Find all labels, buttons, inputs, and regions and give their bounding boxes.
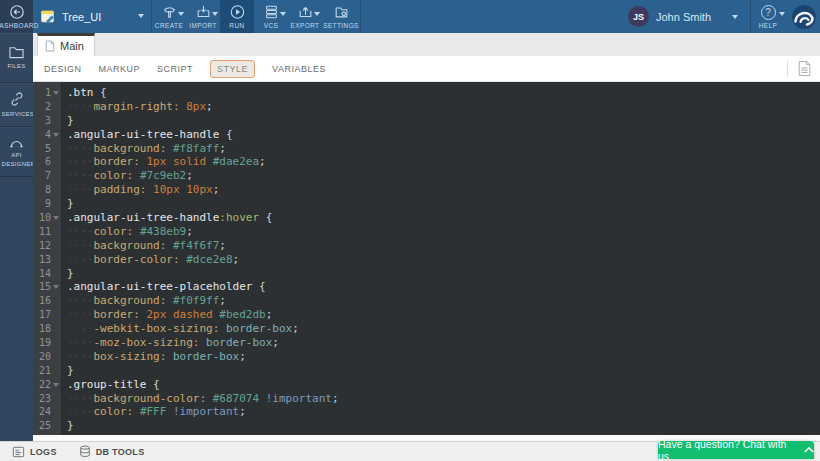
code-line-22[interactable]: .group-title { bbox=[67, 378, 820, 392]
chevron-down-icon bbox=[732, 15, 738, 19]
sidebar-item-api-designer[interactable]: API DESIGNER bbox=[0, 127, 33, 177]
code-line-19[interactable]: ····-moz-box-sizing: border-box; bbox=[67, 336, 820, 350]
chat-widget-button[interactable]: Have a question? Chat with us bbox=[658, 441, 814, 459]
folder-icon bbox=[8, 45, 25, 59]
code-line-21[interactable]: } bbox=[67, 364, 820, 378]
avatar: JS bbox=[628, 6, 649, 27]
sidebar-item-services[interactable]: SERVICES bbox=[0, 83, 33, 127]
code-line-18[interactable]: ····-webkit-box-sizing: border-box; bbox=[67, 322, 820, 336]
export-label: EXPORT bbox=[290, 22, 319, 29]
code-line-8[interactable]: ····padding: 10px 10px; bbox=[67, 183, 820, 197]
chat-label: Have a question? Chat with us bbox=[658, 438, 794, 461]
code-line-3[interactable]: } bbox=[67, 114, 820, 128]
gutter-line-4[interactable]: 4 bbox=[33, 128, 61, 142]
run-button[interactable]: RUN bbox=[220, 0, 254, 33]
sidebar-item-label: API DESIGNER bbox=[2, 151, 32, 169]
code-line-10[interactable]: .angular-ui-tree-handle:hover { bbox=[67, 211, 820, 225]
code-line-17[interactable]: ····border: 2px dashed #bed2db; bbox=[67, 308, 820, 322]
chevron-down-icon bbox=[779, 12, 785, 16]
code-line-2[interactable]: ····margin-right: 8px; bbox=[67, 100, 820, 114]
code-line-25[interactable]: } bbox=[67, 419, 820, 433]
code-line-9[interactable]: } bbox=[67, 197, 820, 211]
code-line-6[interactable]: ····border: 1px solid #dae2ea; bbox=[67, 155, 820, 169]
gutter-line-20: 20 bbox=[33, 350, 61, 364]
code-line-14[interactable]: } bbox=[67, 267, 820, 281]
fold-toggle-icon[interactable] bbox=[53, 91, 59, 95]
gutter-line-15[interactable]: 15 bbox=[33, 280, 61, 294]
gutter-line-22[interactable]: 22 bbox=[33, 378, 61, 392]
logs-button[interactable]: LOGS bbox=[12, 446, 57, 458]
code-line-12[interactable]: ····background: #f4f6f7; bbox=[67, 239, 820, 253]
database-icon bbox=[79, 445, 91, 458]
run-label: RUN bbox=[229, 22, 244, 29]
settings-label: SETTINGS bbox=[323, 22, 359, 29]
tab-design[interactable]: DESIGN bbox=[44, 64, 82, 74]
editor-gutter[interactable]: 1234567891011121314151617181920212223242… bbox=[33, 82, 62, 435]
tab-script[interactable]: SCRIPT bbox=[157, 64, 193, 74]
gutter-line-17: 17 bbox=[33, 308, 61, 322]
gutter-line-18: 18 bbox=[33, 322, 61, 336]
code-line-1[interactable]: .btn { bbox=[67, 86, 820, 100]
fold-toggle-icon[interactable] bbox=[53, 133, 59, 137]
app-window: DASHBOARD Tree_UI CREATE bbox=[0, 0, 820, 461]
gutter-line-19: 19 bbox=[33, 336, 61, 350]
question-icon: ? bbox=[761, 5, 776, 20]
brand-logo[interactable] bbox=[785, 0, 820, 33]
topbar: DASHBOARD Tree_UI CREATE bbox=[0, 0, 820, 33]
tab-strip: Main bbox=[33, 33, 820, 56]
sidebar-item-label: SERVICES bbox=[2, 110, 32, 119]
db-tools-button[interactable]: DB TOOLS bbox=[79, 445, 145, 458]
create-label: CREATE bbox=[155, 22, 183, 29]
help-label: HELP bbox=[759, 22, 778, 29]
gutter-line-11: 11 bbox=[33, 225, 61, 239]
export-button[interactable]: EXPORT bbox=[288, 0, 322, 33]
dashboard-button[interactable]: DASHBOARD bbox=[0, 0, 33, 33]
gutter-line-25: 25 bbox=[33, 419, 61, 433]
code-line-23[interactable]: ····background-color: #687074 !important… bbox=[67, 392, 820, 406]
gutter-line-23: 23 bbox=[33, 392, 61, 406]
chevron-up-icon bbox=[804, 447, 814, 453]
code-line-7[interactable]: ····color: #7c9eb2; bbox=[67, 169, 820, 183]
divider bbox=[787, 61, 788, 77]
chevron-down-icon bbox=[138, 14, 144, 18]
user-menu[interactable]: JS John Smith bbox=[620, 0, 750, 33]
code-line-20[interactable]: ····box-sizing: border-box; bbox=[67, 350, 820, 364]
tab-variables[interactable]: VARIABLES bbox=[272, 64, 326, 74]
import-button[interactable]: IMPORT bbox=[186, 0, 220, 33]
sidebar-item-files[interactable]: FILES bbox=[0, 33, 33, 83]
editor-code[interactable]: .btn {····margin-right: 8px;}.angular-ui… bbox=[62, 82, 820, 435]
code-line-11[interactable]: ····color: #438eb9; bbox=[67, 225, 820, 239]
code-line-4[interactable]: .angular-ui-tree-handle { bbox=[67, 128, 820, 142]
settings-button[interactable]: SETTINGS bbox=[322, 0, 360, 33]
code-line-15[interactable]: .angular-ui-tree-placeholder { bbox=[67, 280, 820, 294]
logs-label: LOGS bbox=[30, 447, 57, 457]
code-line-16[interactable]: ····background: #f0f9ff; bbox=[67, 294, 820, 308]
code-line-24[interactable]: ····color: #FFF !important; bbox=[67, 405, 820, 419]
page-icon bbox=[45, 40, 55, 52]
notes-page-icon[interactable] bbox=[797, 60, 812, 77]
gutter-line-1[interactable]: 1 bbox=[33, 86, 61, 100]
tab-style[interactable]: STYLE bbox=[210, 60, 255, 78]
code-line-13[interactable]: ····border-color: #dce2e8; bbox=[67, 253, 820, 267]
fold-toggle-icon[interactable] bbox=[53, 383, 59, 387]
hammer-icon bbox=[161, 4, 178, 20]
gutter-line-2: 2 bbox=[33, 100, 61, 114]
project-selector[interactable]: Tree_UI bbox=[33, 0, 152, 33]
tab-markup[interactable]: MARKUP bbox=[99, 64, 141, 74]
tab-label: Main bbox=[60, 40, 84, 52]
create-button[interactable]: CREATE bbox=[152, 0, 186, 33]
gutter-line-24: 24 bbox=[33, 405, 61, 419]
import-icon bbox=[195, 4, 212, 20]
fold-toggle-icon[interactable] bbox=[53, 285, 59, 289]
chevron-down-icon bbox=[280, 12, 286, 16]
code-line-5[interactable]: ····background: #f8faff; bbox=[67, 142, 820, 156]
logs-icon bbox=[12, 446, 25, 458]
vcs-button[interactable]: VCS bbox=[254, 0, 288, 33]
tab-main[interactable]: Main bbox=[37, 33, 95, 56]
project-icon bbox=[40, 9, 56, 25]
gutter-line-10[interactable]: 10 bbox=[33, 211, 61, 225]
gutter-line-9: 9 bbox=[33, 197, 61, 211]
help-button[interactable]: ? HELP bbox=[751, 0, 785, 33]
subtab-bar: DESIGN MARKUP SCRIPT STYLE VARIABLES bbox=[33, 56, 820, 82]
fold-toggle-icon[interactable] bbox=[53, 216, 59, 220]
